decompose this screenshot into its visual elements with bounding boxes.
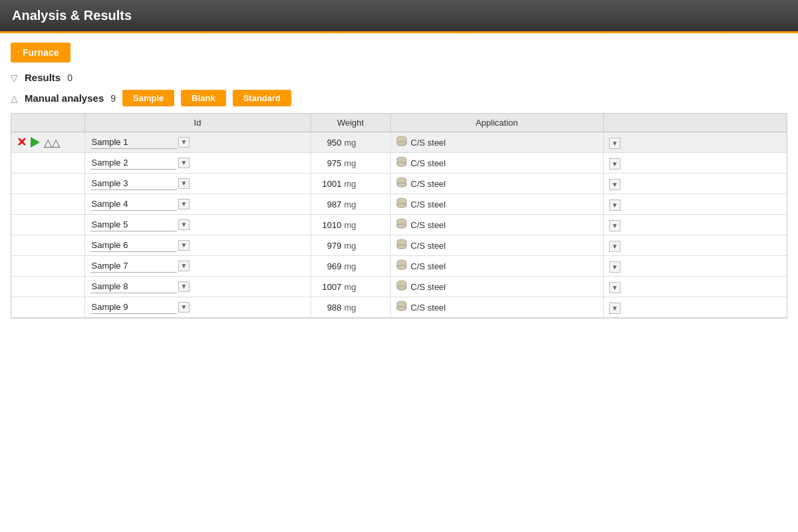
app-dropdown-arrow[interactable]: ▼ [609, 158, 621, 170]
id-dropdown-arrow[interactable]: ▼ [178, 199, 190, 209]
id-cell: ▼ [84, 277, 311, 297]
database-icon [396, 301, 407, 314]
id-dropdown-arrow[interactable]: ▼ [178, 178, 190, 189]
application-cell: C/S steel [390, 153, 603, 174]
results-toggle-icon[interactable]: ▽ [11, 72, 18, 83]
page-title: Analysis & Results [12, 8, 132, 23]
id-dropdown-arrow[interactable]: ▼ [178, 219, 190, 230]
app-dropdown-cell[interactable]: ▼ [603, 153, 787, 174]
sample-id-input[interactable] [90, 301, 177, 314]
weight-cell: 979mg [311, 235, 390, 256]
app-dropdown-arrow[interactable]: ▼ [609, 138, 621, 149]
title-bar: Analysis & Results [0, 0, 798, 33]
weight-unit: mg [344, 179, 356, 189]
actions-cell: ✕ △△ [11, 132, 84, 153]
database-icon [396, 136, 407, 149]
weight-cell: 975mg [311, 153, 390, 174]
app-dropdown-arrow[interactable]: ▼ [609, 282, 621, 293]
col-header-extra [603, 114, 787, 132]
sample-id-input[interactable] [90, 239, 177, 252]
id-cell: ▼ [84, 132, 311, 153]
application-cell: C/S steel [390, 174, 603, 194]
sample-id-input[interactable] [90, 198, 177, 211]
database-icon [396, 218, 407, 231]
id-dropdown-arrow[interactable]: ▼ [178, 137, 190, 148]
actions-cell [11, 256, 84, 277]
weight-value: 975 [317, 158, 342, 168]
actions-cell [11, 194, 84, 215]
app-dropdown-arrow[interactable]: ▼ [609, 241, 621, 252]
sample-id-input[interactable] [90, 177, 177, 190]
table-row: ▼ 987mg C/S steel ▼ [11, 194, 787, 215]
id-dropdown-arrow[interactable]: ▼ [178, 240, 190, 251]
standard-button[interactable]: Standard [233, 90, 291, 106]
app-dropdown-cell[interactable]: ▼ [603, 215, 787, 235]
id-cell: ▼ [84, 297, 311, 318]
weight-unit: mg [344, 303, 356, 313]
actions-cell [11, 174, 84, 194]
svg-point-17 [397, 307, 406, 311]
app-dropdown-cell[interactable]: ▼ [603, 256, 787, 277]
id-dropdown-arrow[interactable]: ▼ [178, 281, 190, 292]
col-header-weight: Weight [311, 114, 390, 132]
application-name: C/S steel [411, 303, 446, 313]
manual-analyses-count: 9 [110, 93, 116, 104]
app-dropdown-cell[interactable]: ▼ [603, 132, 787, 153]
svg-point-13 [397, 265, 406, 269]
app-dropdown-arrow[interactable]: ▼ [609, 200, 621, 211]
actions-cell [11, 297, 84, 318]
furnace-button[interactable]: Furnace [11, 43, 70, 63]
table-row: ▼ 1001mg C/S steel ▼ [11, 174, 787, 194]
application-name: C/S steel [411, 200, 446, 209]
id-dropdown-arrow[interactable]: ▼ [178, 302, 190, 313]
scale-icon[interactable]: △△ [44, 136, 60, 149]
blank-button[interactable]: Blank [181, 90, 225, 106]
table-row: ▼ 969mg C/S steel ▼ [11, 256, 787, 277]
id-dropdown-arrow[interactable]: ▼ [178, 158, 190, 168]
table-row: ▼ 1007mg C/S steel ▼ [11, 277, 787, 297]
app-dropdown-cell[interactable]: ▼ [603, 277, 787, 297]
sample-id-input[interactable] [90, 259, 177, 273]
database-icon [396, 259, 407, 273]
results-label: Results [25, 72, 61, 83]
actions-cell [11, 235, 84, 256]
table-row: ✕ △△ ▼ 950mg C/S steel ▼ [11, 132, 787, 153]
app-dropdown-cell[interactable]: ▼ [603, 194, 787, 215]
sample-id-input[interactable] [90, 280, 177, 293]
app-dropdown-cell[interactable]: ▼ [603, 174, 787, 194]
app-dropdown-cell[interactable]: ▼ [603, 297, 787, 318]
application-name: C/S steel [411, 241, 446, 251]
app-dropdown-arrow[interactable]: ▼ [609, 303, 621, 314]
database-icon [396, 198, 407, 211]
table-row: ▼ 975mg C/S steel ▼ [11, 153, 787, 174]
app-dropdown-arrow[interactable]: ▼ [609, 261, 621, 273]
sample-id-input[interactable] [90, 218, 177, 231]
application-name: C/S steel [411, 220, 446, 230]
sample-id-input[interactable] [90, 156, 177, 170]
delete-icon[interactable]: ✕ [17, 136, 27, 148]
app-dropdown-cell[interactable]: ▼ [603, 235, 787, 256]
weight-cell: 987mg [311, 194, 390, 215]
weight-value: 969 [317, 261, 342, 271]
weight-cell: 1001mg [311, 174, 390, 194]
application-cell: C/S steel [390, 297, 603, 318]
weight-cell: 1010mg [311, 215, 390, 235]
id-dropdown-arrow[interactable]: ▼ [178, 261, 190, 271]
application-name: C/S steel [411, 179, 446, 189]
weight-unit: mg [344, 282, 356, 292]
play-icon[interactable] [31, 137, 40, 148]
id-cell: ▼ [84, 256, 311, 277]
app-dropdown-arrow[interactable]: ▼ [609, 179, 621, 190]
sample-id-input[interactable] [90, 136, 177, 149]
application-cell: C/S steel [390, 132, 603, 153]
table-row: ▼ 979mg C/S steel ▼ [11, 235, 787, 256]
app-dropdown-arrow[interactable]: ▼ [609, 220, 621, 231]
weight-value: 988 [317, 303, 342, 313]
sample-button[interactable]: Sample [122, 90, 174, 106]
table-row: ▼ 988mg C/S steel ▼ [11, 297, 787, 318]
manual-analyses-toggle-icon[interactable]: △ [11, 93, 18, 104]
id-cell: ▼ [84, 174, 311, 194]
manual-analyses-label: Manual analyses [25, 92, 104, 104]
weight-value: 1001 [317, 179, 342, 189]
application-name: C/S steel [411, 261, 446, 271]
